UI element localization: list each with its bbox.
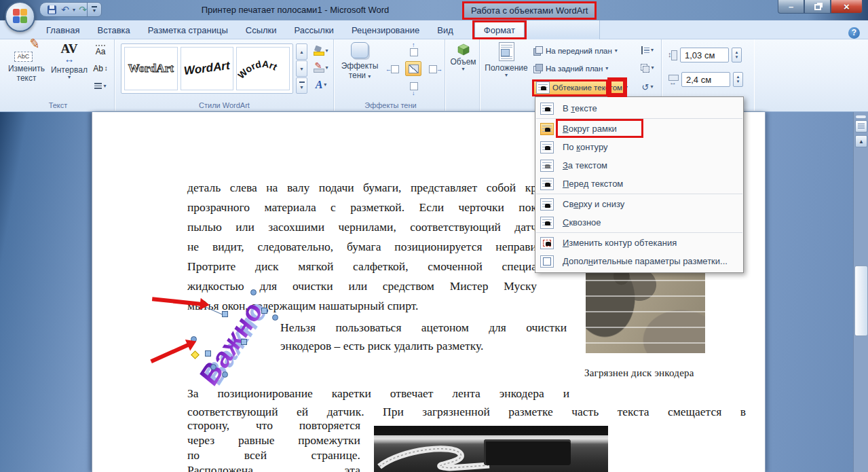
- menu-item-tight[interactable]: По контуру: [536, 138, 742, 156]
- gallery-scroll-down-button[interactable]: ▼: [296, 60, 307, 77]
- group-label-wordart-styles: Стили WordArt: [115, 101, 333, 109]
- menu-item-square[interactable]: Вокруг рамки: [536, 120, 742, 138]
- tab-ssylki[interactable]: Ссылки: [237, 22, 286, 39]
- nudge-shadow-right-button[interactable]: →: [425, 62, 441, 77]
- up-down-arrow-icon: ↕: [105, 65, 108, 72]
- send-to-back-button[interactable]: На задний план ▾: [533, 60, 631, 76]
- resize-handle[interactable]: [205, 350, 211, 357]
- edit-text-label2: текст: [17, 73, 37, 83]
- tab-glavnaya[interactable]: Главная: [37, 22, 88, 39]
- text-wrapping-label: Обтекание текстом: [552, 84, 622, 92]
- shape-width-input[interactable]: [681, 72, 730, 87]
- wrap-through-icon: [540, 217, 554, 229]
- corner-handle[interactable]: [210, 364, 216, 370]
- tab-rassylki[interactable]: Рассылки: [286, 22, 343, 39]
- align-text-button[interactable]: ▾: [91, 78, 110, 94]
- printer-photo[interactable]: [374, 426, 608, 472]
- shadow-caret-icon: ▾: [368, 73, 371, 79]
- menu-item-edit-wrap-points[interactable]: Изменить контур обтекания: [536, 234, 742, 252]
- koala-photo[interactable]: [586, 266, 705, 353]
- save-button[interactable]: [45, 3, 58, 16]
- restore-button[interactable]: [804, 0, 831, 14]
- resize-handle[interactable]: [261, 308, 267, 314]
- undo-button[interactable]: ↶: [59, 3, 71, 16]
- close-button[interactable]: ×: [831, 0, 863, 14]
- shape-height-icon: [668, 50, 677, 60]
- wordart-shape-button[interactable]: A▾: [311, 77, 331, 92]
- nudge-shadow-down-button[interactable]: ↓: [406, 79, 422, 94]
- group-3d: Объем ▾: [447, 39, 480, 111]
- text-wrapping-button[interactable]: Обтекание текстом ▾: [533, 79, 626, 96]
- split-handle[interactable]: [856, 115, 866, 118]
- position-button[interactable]: Положение ▾: [485, 42, 527, 78]
- document-line: пылью или засохшими чернилами, соответст…: [187, 217, 537, 237]
- menu-item-through[interactable]: Сквозное: [536, 213, 742, 232]
- send-back-caret-icon: ▾: [605, 66, 608, 71]
- tab-vid[interactable]: Вид: [428, 22, 462, 39]
- nudge-down-icon: ↓: [410, 82, 418, 90]
- contextual-tab-group-title: Работа с объектами WordArt: [462, 1, 597, 20]
- shape-height-input[interactable]: [680, 48, 729, 62]
- menu-item-in-line[interactable]: В тексте: [536, 99, 742, 117]
- scroll-up-button[interactable]: ▲: [855, 135, 867, 147]
- wordart-style-3[interactable]: WordArt: [236, 47, 290, 90]
- resize-handle[interactable]: [241, 339, 247, 345]
- nudge-shadow-left-button[interactable]: ←: [387, 62, 403, 77]
- edit-text-icon: AbC ✎: [14, 42, 39, 64]
- edit-text-button[interactable]: AbC ✎ Изменить текст: [5, 42, 48, 83]
- adjust-handle[interactable]: [191, 350, 200, 359]
- minimize-button[interactable]: –: [778, 0, 804, 14]
- align-objects-button[interactable]: ▾: [635, 43, 660, 58]
- undo-caret-icon[interactable]: ▾: [73, 7, 75, 13]
- menu-item-behind-text[interactable]: За текстом: [536, 156, 742, 175]
- gallery-scroll-up-button[interactable]: ▲: [296, 43, 307, 60]
- spacing-button[interactable]: AV ↔ Интервал ▾: [50, 42, 89, 80]
- vertical-scrollbar[interactable]: ▲: [853, 112, 868, 472]
- fill-caret-icon: ▾: [325, 48, 328, 54]
- help-button[interactable]: ?: [848, 27, 860, 39]
- 3d-label: Объем: [450, 57, 476, 67]
- tab-format[interactable]: Формат: [474, 21, 525, 39]
- nudge-up-icon: ↑: [410, 48, 418, 56]
- nudge-right-icon: →: [429, 65, 437, 73]
- group-wordart-styles: WordArt WordArt WordArt ▲ ▼ ▼ ▾: [115, 39, 334, 111]
- tab-vstavka[interactable]: Вставка: [88, 22, 138, 39]
- wordart-outline-button[interactable]: ▾: [311, 60, 331, 75]
- ribbon-tab-row: Главная Вставка Разметка страницы Ссылки…: [0, 20, 868, 39]
- vertical-text-button[interactable]: Ab↕: [91, 60, 110, 76]
- corner-handle[interactable]: [250, 289, 257, 295]
- nudge-shadow-up-button[interactable]: ↑: [406, 45, 422, 60]
- height-spinner[interactable]: ▲▼: [732, 48, 742, 62]
- corner-handle[interactable]: [272, 314, 278, 321]
- bring-front-caret-icon: ▾: [615, 48, 618, 54]
- menu-item-more-layout-options[interactable]: Дополнительные параметры разметки...: [536, 252, 742, 270]
- corner-handle[interactable]: [222, 371, 228, 378]
- bring-to-front-button[interactable]: На передний план ▾: [533, 43, 631, 58]
- resize-handle[interactable]: [222, 311, 228, 317]
- shadow-on-off-button[interactable]: [405, 61, 421, 76]
- tab-recenzirovanie[interactable]: Рецензирование: [343, 22, 428, 39]
- office-button[interactable]: [5, 1, 35, 32]
- tab-razmetka[interactable]: Разметка страницы: [139, 22, 237, 39]
- menu-item-top-bottom[interactable]: Сверху и снизу: [536, 195, 742, 213]
- group-objects-button[interactable]: ▾: [635, 60, 660, 75]
- spacing-caret-icon: ▾: [68, 75, 71, 80]
- qat-customize-button[interactable]: ▼: [87, 2, 102, 17]
- vertical-text-icon: Ab: [93, 64, 103, 73]
- wordart-fill-button[interactable]: ▾: [311, 43, 331, 58]
- gallery-more-button[interactable]: ▼: [296, 77, 307, 94]
- pencil-icon: ✎: [29, 39, 41, 50]
- menu-separator: [536, 232, 742, 233]
- menu-item-in-front[interactable]: Перед текстом: [536, 175, 742, 193]
- scrollbar-thumb[interactable]: [854, 266, 868, 336]
- shadow-effects-button[interactable]: Эффекты тени ▾: [339, 42, 380, 80]
- even-height-button[interactable]: Aa: [91, 43, 110, 58]
- width-spinner[interactable]: ▲▼: [733, 72, 743, 87]
- 3d-effects-button[interactable]: Объем ▾: [449, 42, 478, 72]
- wordart-style-2[interactable]: WordArt: [181, 47, 234, 90]
- rotate-objects-button[interactable]: ↺▾: [635, 79, 660, 94]
- wordart-style-1[interactable]: WordArt: [124, 47, 178, 90]
- title-bar: ↶ ▾ ↷ ▼ Принтер печатает полосами1 - Mic…: [0, 0, 868, 20]
- shape-width-icon: [668, 75, 679, 84]
- ruler-toggle-button[interactable]: [855, 120, 867, 132]
